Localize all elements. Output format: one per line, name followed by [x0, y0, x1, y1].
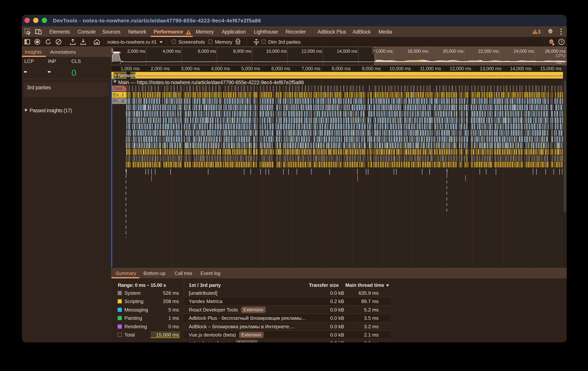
svg-text:?: ?: [560, 40, 563, 44]
